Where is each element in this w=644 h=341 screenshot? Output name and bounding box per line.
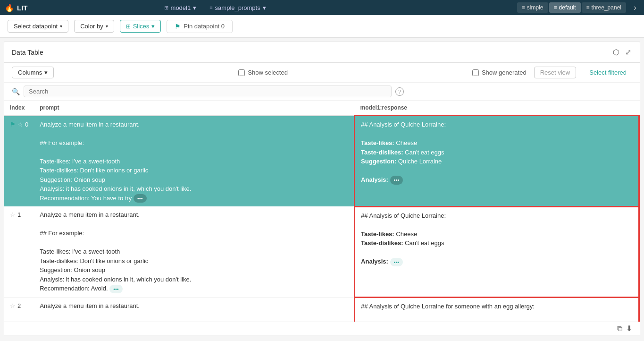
color-by-chevron-icon: ▾ [106,24,108,29]
cell-prompt-0: Analyze a menu item in a restaurant. ## … [34,116,354,207]
cell-index-0: ⚑ ☆ 0 [4,116,34,207]
tab-sample-prompts[interactable]: ≡ sample_prompts ▾ [203,2,273,13]
columns-label: Columns [18,69,42,76]
help-icon[interactable]: ? [395,87,404,96]
cell-index-1: ☆ 1 [4,206,34,297]
index-value-1: 1 [17,210,21,220]
layout-three-panel[interactable]: ≡ three_panel [582,2,626,13]
data-table: index prompt model1:response ⚑ ☆ 0 [4,101,640,322]
slices-chevron-icon: ▾ [151,23,155,30]
show-generated-checkbox[interactable]: Show generated [472,69,527,76]
top-bar-tabs: ⊞ model1 ▾ ≡ sample_prompts ▾ [158,2,273,13]
panel-header-icons: ⬡ ⤢ [612,47,632,58]
download-icon[interactable]: ⬇ [626,324,632,333]
select-datapoint-chevron-icon: ▾ [60,24,62,29]
table-row: ☆ 2 Analyze a menu item in a restaurant.… [4,298,639,322]
toolbar: Select datapoint ▾ Color by ▾ ⊞ Slices ▾… [0,15,644,38]
close-button[interactable]: › [631,2,639,14]
star-icon-1[interactable]: ☆ [10,210,16,220]
col-header-prompt: prompt [34,101,354,116]
select-datapoint-button[interactable]: Select datapoint ▾ [8,20,68,33]
cell-response-0: ## Analysis of Quiche Lorraine: Taste-li… [355,116,639,207]
flame-icon: 🔥 [5,3,14,12]
color-by-button[interactable]: Color by ▾ [74,20,114,33]
color-by-label: Color by [80,23,103,30]
tab-model1[interactable]: ⊞ model1 ▾ [158,2,203,13]
select-filtered-button[interactable]: Select filtered [584,67,632,78]
tab-model1-label: model1 [171,4,191,11]
app-name: LIT [17,4,28,12]
minimize-icon[interactable]: ⬡ [612,47,620,58]
search-bar: 🔍 ? [4,83,640,101]
reset-view-button[interactable]: Reset view [534,67,577,78]
search-input[interactable] [24,85,392,97]
table-controls: Columns ▾ Show selected Show generated R… [4,63,640,83]
layout-buttons: ≡ simple ≡ default ≡ three_panel › [517,2,639,14]
columns-button[interactable]: Columns ▾ [12,67,54,78]
layout-simple[interactable]: ≡ simple [517,2,548,13]
table-row: ⚑ ☆ 0 Analyze a menu item in a restauran… [4,116,639,207]
pin-datapoint-button[interactable]: ⚑ Pin datapoint 0 [167,20,233,33]
layout-simple-label: simple [527,4,544,11]
layout-simple-icon: ≡ [522,4,525,11]
copy-icon[interactable]: ⧉ [617,324,622,333]
prompt-ellipsis-0[interactable]: ••• [134,194,147,203]
star-icon-2[interactable]: ☆ [10,301,16,311]
expand-icon[interactable]: ⤢ [624,47,632,58]
pin-icon: ⚑ [175,23,181,30]
show-generated-input[interactable] [472,69,479,76]
show-generated-label: Show generated [482,69,527,76]
tab-sample-prompts-label: sample_prompts [215,4,260,11]
sample-prompts-chevron-icon: ▾ [263,4,266,11]
col-header-index: index [4,101,34,116]
show-selected-input[interactable] [238,69,245,76]
table-row: ☆ 1 Analyze a menu item in a restaurant.… [4,206,639,297]
pin-datapoint-label: Pin datapoint 0 [184,23,225,30]
sample-prompts-tab-icon: ≡ [209,5,212,10]
columns-chevron-icon: ▾ [44,69,48,76]
layout-three-panel-icon: ≡ [586,4,590,11]
slices-button[interactable]: ⊞ Slices ▾ [120,20,161,33]
top-bar: 🔥 LIT ⊞ model1 ▾ ≡ sample_prompts ▾ ≡ si… [0,0,644,15]
select-datapoint-label: Select datapoint [14,23,58,30]
data-table-panel: Data Table ⬡ ⤢ Columns ▾ Show selected S… [4,42,640,335]
model1-tab-icon: ⊞ [164,5,168,11]
pin-small-icon: ⚑ [10,120,16,129]
response-ellipsis-1[interactable]: ••• [390,258,403,267]
show-selected-label: Show selected [248,69,288,76]
app-logo: 🔥 LIT [5,3,28,12]
response-ellipsis-0[interactable]: ••• [390,176,403,185]
cell-response-1: ## Analysis of Quiche Lorraine: Taste-li… [355,206,639,297]
cell-response-2: ## Analysis of Quiche Lorraine for someo… [355,298,639,322]
cell-prompt-1: Analyze a menu item in a restaurant. ## … [34,206,354,297]
layout-three-panel-label: three_panel [592,4,621,11]
show-selected-checkbox[interactable]: Show selected [238,69,288,76]
cell-index-2: ☆ 2 [4,298,34,322]
star-icon-0[interactable]: ☆ [17,120,23,129]
panel-header: Data Table ⬡ ⤢ [4,42,640,63]
col-header-response: model1:response [355,101,639,116]
slices-label: Slices [133,23,150,30]
bottom-bar: ⧉ ⬇ [4,322,640,335]
panel-title: Data Table [12,49,43,56]
index-value-0: 0 [25,120,28,129]
index-value-2: 2 [17,301,21,311]
layout-default-icon: ≡ [554,4,557,11]
layout-default[interactable]: ≡ default [549,2,581,13]
model1-chevron-icon: ▾ [193,4,196,11]
prompt-ellipsis-1[interactable]: ••• [109,285,123,294]
table-wrapper: index prompt model1:response ⚑ ☆ 0 [4,101,640,322]
search-icon: 🔍 [12,88,20,95]
slices-grid-icon: ⊞ [126,23,131,30]
cell-prompt-2: Analyze a menu item in a restaurant. * T… [34,298,354,322]
layout-default-label: default [559,4,576,11]
